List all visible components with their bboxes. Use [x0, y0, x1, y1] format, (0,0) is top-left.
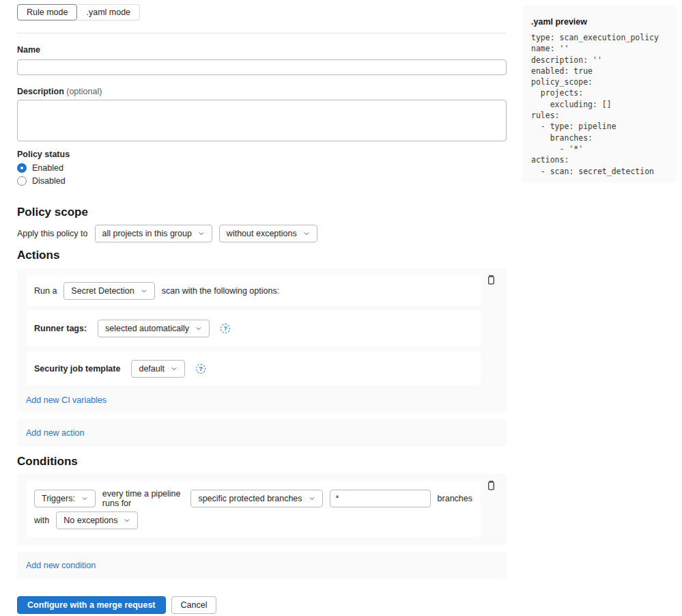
yaml-line: rules:	[531, 110, 671, 121]
help-icon[interactable]: ?	[221, 324, 230, 333]
yaml-preview-panel: .yaml preview type: scan_execution_polic…	[522, 5, 677, 182]
yaml-line: projects:	[531, 87, 671, 98]
radio-option-enabled[interactable]: Enabled	[17, 163, 507, 173]
add-action-strip: Add new action	[17, 419, 507, 447]
branch-exceptions-value: No exceptions	[63, 516, 117, 525]
radio-selected-icon[interactable]	[17, 163, 27, 173]
delete-action-button[interactable]	[486, 275, 496, 285]
condition-row: Triggers: every time a pipeline runs for…	[26, 481, 481, 537]
conditions-heading: Conditions	[17, 454, 507, 468]
yaml-mode-button[interactable]: .yaml mode	[77, 4, 140, 20]
runner-tags-value: selected automatically	[105, 324, 189, 333]
run-a-text: Run a	[34, 286, 57, 296]
yaml-line: actions:	[531, 154, 671, 165]
chevron-down-icon	[81, 495, 88, 502]
rule-mode-button[interactable]: Rule mode	[17, 4, 77, 20]
add-ci-variables-link[interactable]: Add new CI variables	[26, 395, 106, 405]
description-field-label: Description (optional)	[17, 87, 507, 97]
projects-scope-dropdown[interactable]: all projects in this group	[95, 225, 212, 242]
yaml-line: type: scan_execution_policy	[531, 32, 671, 43]
yaml-preview-title: .yaml preview	[531, 17, 671, 27]
actions-heading: Actions	[17, 248, 507, 262]
footer-actions: Configure with a merge request Cancel	[17, 596, 507, 614]
mode-toggle: Rule mode .yaml mode	[17, 4, 140, 20]
add-condition-link[interactable]: Add new condition	[26, 561, 96, 570]
chevron-down-icon	[171, 365, 177, 372]
chevron-down-icon	[195, 325, 202, 332]
yaml-line: branches:	[531, 132, 671, 143]
pipeline-runs-text: every time a pipeline runs for	[102, 489, 184, 508]
yaml-line: excluding: []	[531, 99, 671, 110]
description-textarea[interactable]	[17, 100, 507, 141]
yaml-line: name: ''	[531, 43, 671, 54]
runner-tags-row: Runner tags: selected automatically ?	[26, 310, 481, 346]
chevron-down-icon	[198, 230, 205, 237]
add-action-link[interactable]: Add new action	[26, 428, 84, 438]
chevron-down-icon	[303, 230, 310, 237]
branch-type-dropdown[interactable]: specific protected branches	[190, 490, 322, 507]
yaml-line: - type: pipeline	[531, 121, 671, 132]
yaml-line: - scan: secret_detection	[531, 166, 671, 177]
delete-condition-button[interactable]	[486, 480, 496, 491]
trigger-type-value: Triggers:	[42, 494, 75, 503]
scan-type-value: Secret Detection	[71, 286, 134, 296]
job-template-value: default	[139, 364, 165, 374]
policy-editor: Rule mode .yaml mode Name Description (o…	[17, 0, 507, 614]
policy-scope-row: Apply this policy to all projects in thi…	[17, 225, 507, 242]
projects-scope-value: all projects in this group	[102, 229, 192, 238]
with-text: with	[34, 516, 49, 525]
scan-options-text: scan with the following options:	[162, 286, 279, 296]
job-template-label: Security job template	[34, 364, 120, 374]
apply-policy-text: Apply this policy to	[17, 229, 88, 238]
radio-enabled-label: Enabled	[32, 163, 63, 173]
job-template-row: Security job template default ?	[26, 352, 481, 385]
condition-line-2: with No exceptions	[34, 512, 472, 529]
scope-exceptions-value: without exceptions	[227, 229, 297, 238]
condition-line-1: Triggers: every time a pipeline runs for…	[34, 489, 472, 508]
name-input[interactable]	[17, 59, 507, 75]
description-optional-text: (optional)	[66, 87, 102, 96]
runner-tags-dropdown[interactable]: selected automatically	[98, 320, 210, 337]
trigger-type-dropdown[interactable]: Triggers:	[34, 490, 96, 507]
branches-text: branches	[438, 494, 472, 503]
name-field-label: Name	[17, 45, 507, 55]
action-card: Run a Secret Detection scan with the fol…	[17, 268, 507, 412]
condition-card: Triggers: every time a pipeline runs for…	[17, 474, 507, 545]
description-label-text: Description	[17, 87, 64, 96]
chevron-down-icon	[141, 288, 147, 294]
trash-icon	[486, 275, 496, 285]
configure-merge-request-button[interactable]: Configure with a merge request	[17, 596, 166, 614]
yaml-line: - '*'	[531, 143, 671, 154]
add-condition-strip: Add new condition	[17, 552, 507, 579]
chevron-down-icon	[309, 495, 315, 502]
yaml-line: description: ''	[531, 55, 671, 66]
branch-exceptions-dropdown[interactable]: No exceptions	[56, 512, 138, 529]
yaml-line: enabled: true	[531, 66, 671, 76]
runner-tags-label: Runner tags:	[34, 324, 87, 333]
job-template-dropdown[interactable]: default	[131, 360, 185, 378]
cancel-button[interactable]: Cancel	[171, 596, 217, 614]
yaml-line: policy_scope:	[531, 76, 671, 87]
chevron-down-icon	[124, 517, 130, 524]
branches-input[interactable]	[330, 490, 431, 507]
scan-type-dropdown[interactable]: Secret Detection	[63, 282, 154, 300]
branch-type-value: specific protected branches	[198, 494, 302, 503]
help-icon[interactable]: ?	[196, 364, 205, 374]
policy-status-label: Policy status	[17, 150, 507, 160]
scope-exceptions-dropdown[interactable]: without exceptions	[219, 225, 317, 242]
policy-scope-heading: Policy scope	[17, 205, 507, 219]
radio-option-disabled[interactable]: Disabled	[17, 176, 507, 186]
scan-type-row: Run a Secret Detection scan with the fol…	[26, 275, 481, 306]
radio-disabled-label: Disabled	[32, 176, 66, 186]
radio-unselected-icon[interactable]	[17, 176, 27, 186]
yaml-preview-code: type: scan_execution_policy name: '' des…	[531, 32, 671, 177]
trash-icon	[486, 480, 496, 491]
divider	[17, 33, 507, 33]
